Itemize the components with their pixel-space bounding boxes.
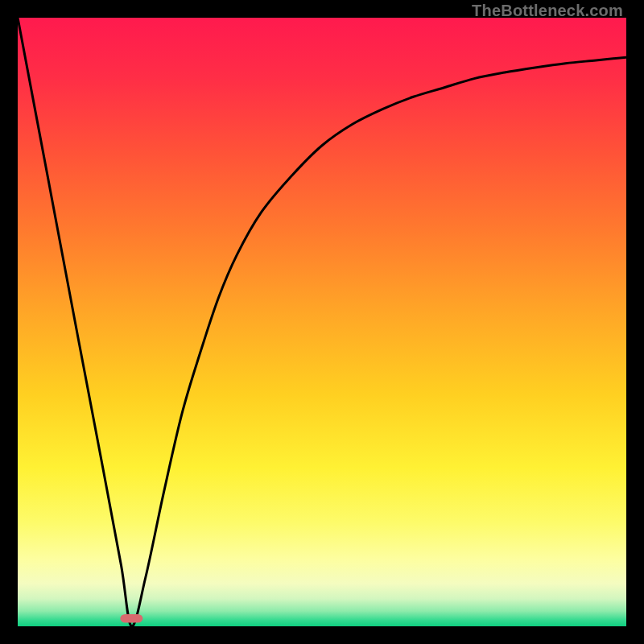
- chart-background: [18, 18, 626, 626]
- chart-svg: [18, 18, 626, 626]
- optimum-marker: [120, 614, 142, 623]
- chart-frame: [18, 18, 626, 626]
